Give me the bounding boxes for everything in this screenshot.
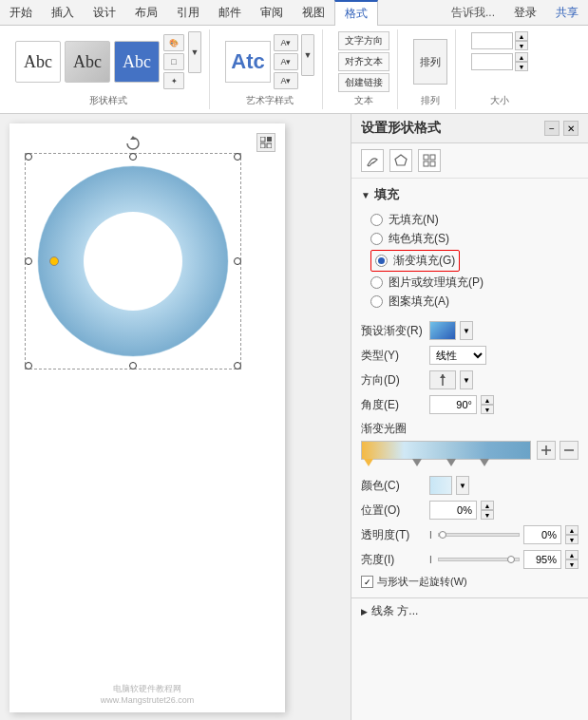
shape-effect-btn[interactable]: ✦ xyxy=(163,72,184,89)
canvas-area[interactable]: 电脑软硬件教程网 www.Mangstrutet26.com xyxy=(0,114,351,720)
width-input[interactable] xyxy=(471,53,513,70)
grad-stop-4[interactable] xyxy=(480,459,489,466)
brightness-slider[interactable] xyxy=(438,558,520,561)
handle-tl[interactable] xyxy=(25,153,32,161)
transparency-slider-thumb[interactable] xyxy=(439,531,446,539)
tab-insert[interactable]: 插入 xyxy=(42,0,84,25)
shape-outline-btn[interactable]: □ xyxy=(163,53,184,70)
no-fill-option[interactable]: 无填充(N) xyxy=(370,212,579,228)
svg-rect-8 xyxy=(424,155,428,160)
brightness-input[interactable] xyxy=(523,550,561,569)
rotate-checkbox-row[interactable]: ✓ 与形状一起旋转(W) xyxy=(351,572,588,592)
rotate-checkbox[interactable]: ✓ xyxy=(361,576,373,588)
transparency-slider[interactable] xyxy=(438,533,520,537)
picture-fill-option[interactable]: 图片或纹理填充(P) xyxy=(370,275,579,291)
type-select[interactable]: 线性 射线 矩形 xyxy=(429,346,486,365)
transparency-row: 透明度(T) I ▲▼ xyxy=(351,522,588,547)
tab-format[interactable]: 格式 xyxy=(334,0,378,26)
no-fill-radio[interactable] xyxy=(370,214,383,226)
type-row: 类型(Y) 线性 射线 矩形 xyxy=(351,343,588,368)
brightness-slider-thumb[interactable] xyxy=(507,556,515,563)
text-direction-btn[interactable]: 文字方向 xyxy=(338,31,389,50)
direction-btn[interactable] xyxy=(429,370,456,389)
gradient-stop-handle[interactable] xyxy=(49,256,59,266)
handle-tr[interactable] xyxy=(234,153,241,161)
art-fill-btn[interactable]: A▾ xyxy=(274,34,298,51)
panel-layout-btn[interactable] xyxy=(418,149,441,172)
tab-design[interactable]: 设计 xyxy=(84,0,125,25)
gradient-stops-label: 渐变光圈 xyxy=(361,421,579,437)
panel-header: 设置形状格式 − ✕ xyxy=(351,114,588,143)
notify-button[interactable]: 告诉我... xyxy=(442,0,504,25)
handle-mr[interactable] xyxy=(234,257,241,265)
remove-gradient-stop-btn[interactable] xyxy=(560,441,579,460)
width-spin[interactable]: ▲▼ xyxy=(515,52,528,71)
art-outline-btn[interactable]: A▾ xyxy=(274,53,298,70)
gradient-fill-radio[interactable] xyxy=(375,255,388,267)
preset-gradient-dropdown[interactable]: ▼ xyxy=(460,321,473,340)
color-dropdown[interactable]: ▼ xyxy=(456,476,469,495)
shape-style-items: Abc Abc Abc 🎨 □ ✦ ▼ xyxy=(15,31,201,92)
line-section-header[interactable]: ▶ 线条 方... xyxy=(351,600,588,622)
handle-bm[interactable] xyxy=(129,362,137,369)
tab-view[interactable]: 视图 xyxy=(293,0,334,25)
preset-gradient-swatch[interactable] xyxy=(429,321,456,340)
height-input[interactable] xyxy=(471,32,513,49)
shape-fill-btn[interactable]: 🎨 xyxy=(163,34,184,51)
shape-style-1[interactable]: Abc xyxy=(15,41,61,83)
position-spin[interactable]: ▲▼ xyxy=(481,501,494,520)
shape-style-2[interactable]: Abc xyxy=(65,41,110,83)
solid-fill-option[interactable]: 纯色填充(S) xyxy=(370,231,579,247)
shape-style-3[interactable]: Abc xyxy=(114,41,160,83)
login-button[interactable]: 登录 xyxy=(504,0,546,25)
color-swatch[interactable] xyxy=(429,476,452,495)
tab-review[interactable]: 审阅 xyxy=(251,0,293,25)
type-control: 线性 射线 矩形 xyxy=(429,346,579,365)
solid-fill-radio[interactable] xyxy=(370,233,383,245)
grad-stop-1[interactable] xyxy=(364,459,373,466)
handle-ml[interactable] xyxy=(25,257,32,265)
pattern-fill-radio[interactable] xyxy=(370,295,383,308)
pattern-fill-option[interactable]: 图案填充(A) xyxy=(370,294,579,310)
gradient-fill-option[interactable]: 渐变填充(G) xyxy=(370,250,579,272)
type-label: 类型(Y) xyxy=(361,348,429,364)
brightness-spin[interactable]: ▲▼ xyxy=(565,550,579,569)
art-effect-btn[interactable]: A▾ xyxy=(274,72,298,89)
handle-tm[interactable] xyxy=(129,153,137,161)
panel-pentagon-btn[interactable] xyxy=(389,149,412,172)
grad-stop-3[interactable] xyxy=(446,459,456,466)
angle-input[interactable] xyxy=(429,395,477,414)
transparency-spin[interactable]: ▲▼ xyxy=(565,525,579,544)
panel-close-btn[interactable]: ✕ xyxy=(563,121,579,136)
donut-container[interactable] xyxy=(28,157,237,366)
svg-marker-13 xyxy=(440,374,446,378)
layout-options-icon[interactable] xyxy=(256,133,275,152)
tab-reference[interactable]: 引用 xyxy=(167,0,209,25)
text-link-btn[interactable]: 创建链接 xyxy=(338,73,389,92)
add-gradient-stop-btn[interactable] xyxy=(537,441,556,460)
panel-pin-btn[interactable]: − xyxy=(544,121,560,136)
art-text-preview[interactable]: Atc xyxy=(225,41,271,83)
line-section-arrow: ▶ xyxy=(361,607,368,616)
art-more-btn[interactable]: ▼ xyxy=(301,34,314,76)
tab-mail[interactable]: 邮件 xyxy=(209,0,251,25)
rotate-handle[interactable] xyxy=(125,136,141,154)
handle-br[interactable] xyxy=(234,362,241,369)
height-spin[interactable]: ▲▼ xyxy=(515,31,528,50)
fill-section-header[interactable]: ▼ 填充 xyxy=(351,182,588,207)
transparency-input[interactable] xyxy=(523,525,561,544)
picture-fill-radio[interactable] xyxy=(370,276,383,289)
tab-start[interactable]: 开始 xyxy=(0,0,42,25)
tab-layout[interactable]: 布局 xyxy=(125,0,167,25)
angle-spin[interactable]: ▲▼ xyxy=(481,395,494,414)
direction-dropdown[interactable]: ▼ xyxy=(460,370,473,389)
arrange-btn[interactable]: 排列 xyxy=(413,39,447,85)
share-button[interactable]: 共享 xyxy=(546,0,588,25)
grad-stop-2[interactable] xyxy=(412,459,422,466)
gradient-bar[interactable] xyxy=(361,441,531,460)
position-input[interactable] xyxy=(429,501,477,520)
panel-paint-btn[interactable] xyxy=(361,149,384,172)
text-align-btn[interactable]: 对齐文本 xyxy=(338,52,389,71)
handle-bl[interactable] xyxy=(25,362,32,369)
shape-more-btn[interactable]: ▼ xyxy=(188,31,201,73)
